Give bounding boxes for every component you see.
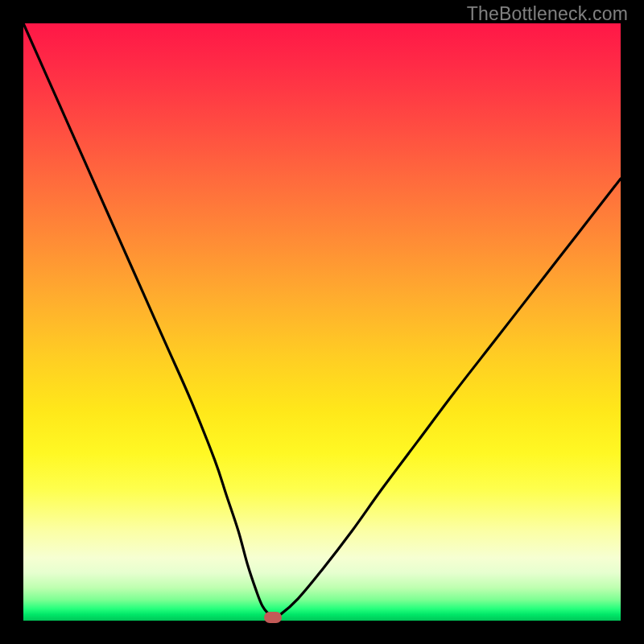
plot-area xyxy=(23,23,621,621)
watermark-text: TheBottleneck.com xyxy=(467,3,628,25)
chart-frame: TheBottleneck.com xyxy=(0,0,644,644)
bottleneck-curve xyxy=(23,23,621,621)
optimal-point-marker xyxy=(264,612,282,623)
